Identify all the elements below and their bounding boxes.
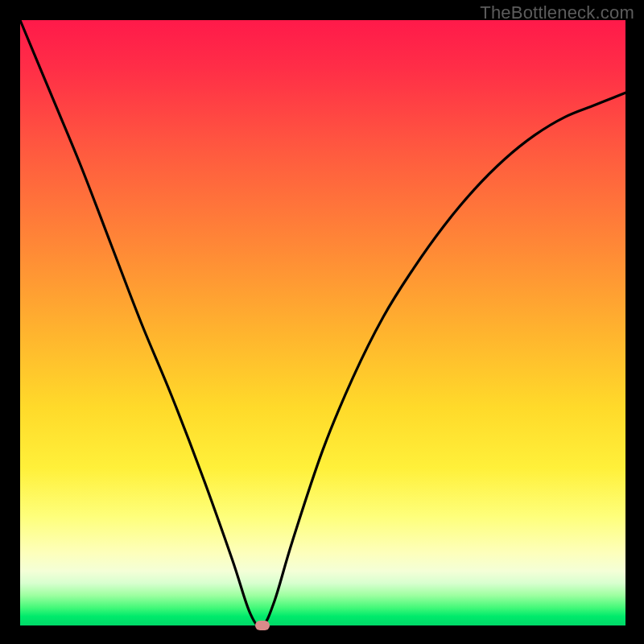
- optimal-point-marker: [255, 621, 270, 630]
- bottleneck-curve: [20, 20, 625, 626]
- chart-frame: TheBottleneck.com: [0, 0, 644, 644]
- curve-svg: [20, 20, 625, 625]
- watermark-text: TheBottleneck.com: [480, 2, 634, 23]
- plot-area: [20, 20, 625, 625]
